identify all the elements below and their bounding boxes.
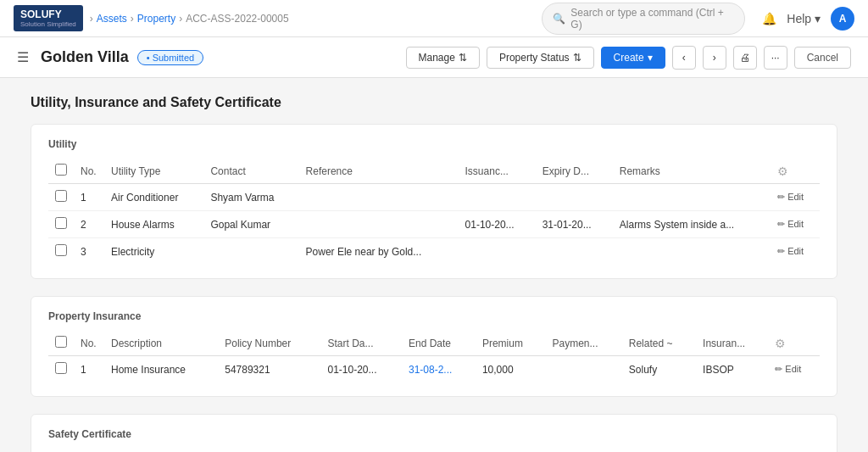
utility-row1-no: 1 [74, 184, 104, 211]
page-title: Golden Villa [41, 48, 129, 66]
logo-subtext: Solution Simplified [20, 20, 76, 29]
safety-table: No. Certificate Contact Reference Expiry… [48, 449, 820, 452]
safety-col-weeks: Weeks [683, 449, 755, 452]
utility-row1-expiry [536, 184, 613, 211]
utility-col-remarks: Remarks [613, 159, 771, 184]
utility-col-reference: Reference [299, 159, 459, 184]
utility-row1-edit[interactable]: ✏ Edit [777, 192, 813, 203]
safety-col-extended: Extende... [587, 449, 683, 452]
utility-row3-contact [203, 238, 298, 265]
utility-col-issuance: Issuanc... [459, 159, 536, 184]
insurance-col-enddate: End Date [402, 331, 476, 356]
insurance-row1-edit[interactable]: ✏ Edit [775, 364, 813, 375]
utility-row1-contact: Shyam Varma [203, 184, 298, 211]
utility-gear-icon[interactable]: ⚙ [777, 165, 788, 178]
utility-row3-expiry [536, 238, 613, 265]
utility-row3-reference: Power Ele near by Gold... [299, 238, 459, 265]
utility-label: Utility [48, 138, 820, 150]
insurance-row1-insurance: IBSOP [696, 356, 768, 383]
breadcrumb-assets[interactable]: Assets [97, 13, 127, 25]
breadcrumb-record: ACC-ASS-2022-00005 [186, 13, 288, 25]
header-actions: Manage ⇅ Property Status ⇅ Create ▾ ‹ › … [406, 46, 851, 70]
utility-col-no: No. [74, 159, 104, 184]
utility-row1-issuance [459, 184, 536, 211]
insurance-col-no: No. [74, 331, 104, 356]
safety-col-contact: Contact [233, 449, 312, 452]
utility-row2-contact: Gopal Kumar [203, 211, 298, 238]
table-row: 3 Electricity Power Ele near by Gold... … [48, 238, 820, 265]
more-button[interactable]: ··· [764, 46, 787, 70]
safety-col-no: No. [74, 449, 104, 452]
utility-col-contact: Contact [203, 159, 298, 184]
avatar[interactable]: A [831, 7, 854, 31]
utility-row1-reference [299, 184, 459, 211]
insurance-section: Property Insurance No. Description Polic… [31, 296, 837, 397]
insurance-col-insurance: Insuran... [696, 331, 768, 356]
status-badge: • Submitted [137, 50, 203, 65]
logo[interactable]: SOLUFY Solution Simplified [14, 5, 83, 32]
breadcrumb: › Assets › Property › ACC-ASS-2022-00005 [90, 13, 289, 25]
utility-row2-issuance: 01-10-20... [459, 211, 536, 238]
top-nav: SOLUFY Solution Simplified › Assets › Pr… [0, 0, 868, 37]
prev-button[interactable]: ‹ [672, 46, 696, 70]
table-row: 1 Air Conditioner Shyam Varma ✏ Edit [48, 184, 820, 211]
utility-row1-type: Air Conditioner [104, 184, 203, 211]
main-content: Utility, Insurance and Safety Certificat… [10, 78, 858, 452]
utility-row1-checkbox[interactable] [55, 190, 67, 202]
search-placeholder: Search or type a command (Ctrl + G) [570, 7, 734, 31]
utility-row3-remarks [613, 238, 771, 265]
utility-section: Utility No. Utility Type Contact Referen… [31, 124, 837, 279]
search-icon: 🔍 [553, 13, 565, 25]
insurance-gear-icon[interactable]: ⚙ [775, 337, 786, 350]
utility-col-expiry: Expiry D... [536, 159, 613, 184]
utility-row3-edit[interactable]: ✏ Edit [777, 246, 813, 257]
insurance-row1-enddate: 31-08-2... [402, 356, 476, 383]
insurance-table: No. Description Policy Number Start Da..… [48, 331, 820, 382]
insurance-row1-premium: 10,000 [476, 356, 546, 383]
insurance-col-policy: Policy Number [218, 331, 320, 356]
utility-row1-remarks [613, 184, 771, 211]
next-button[interactable]: › [703, 46, 726, 70]
insurance-row1-related: Solufy [622, 356, 696, 383]
table-row: 2 House Alarms Gopal Kumar 01-10-20... 3… [48, 211, 820, 238]
insurance-row1-startdate: 01-10-20... [320, 356, 402, 383]
utility-select-all[interactable] [55, 164, 67, 176]
insurance-select-all[interactable] [55, 336, 67, 348]
insurance-row1-description: Home Insurance [104, 356, 218, 383]
breadcrumb-property[interactable]: Property [137, 13, 175, 25]
safety-section: Safety Certificate No. Certificate Conta… [31, 414, 837, 452]
utility-row2-no: 2 [74, 211, 104, 238]
logo-text: SOLUFY [20, 8, 76, 20]
bell-icon[interactable]: 🔔 [762, 12, 776, 25]
utility-row3-type: Electricity [104, 238, 203, 265]
utility-row3-issuance [459, 238, 536, 265]
utility-col-type: Utility Type [104, 159, 203, 184]
utility-row2-checkbox[interactable] [55, 217, 67, 229]
hamburger-icon[interactable]: ☰ [17, 49, 29, 65]
insurance-row1-no: 1 [74, 356, 104, 383]
table-row: 1 Home Insurance 54789321 01-10-20... 31… [48, 356, 820, 383]
utility-row2-expiry: 31-01-20... [536, 211, 613, 238]
create-button[interactable]: Create ▾ [601, 47, 665, 69]
help-button[interactable]: Help ▾ [787, 12, 821, 25]
safety-col-certificate: Certificate [104, 449, 233, 452]
insurance-row1-policy: 54789321 [218, 356, 320, 383]
utility-row3-no: 3 [74, 238, 104, 265]
nav-icons: 🔔 Help ▾ A [762, 7, 854, 31]
utility-row3-checkbox[interactable] [55, 244, 67, 256]
insurance-row1-payment [545, 356, 621, 383]
print-button[interactable]: 🖨 [733, 46, 757, 70]
insurance-col-premium: Premium [476, 331, 546, 356]
utility-row2-remarks: Alarms System inside a... [613, 211, 771, 238]
cancel-button[interactable]: Cancel [794, 47, 851, 69]
insurance-label: Property Insurance [48, 310, 820, 322]
insurance-row1-checkbox[interactable] [55, 362, 67, 374]
search-bar[interactable]: 🔍 Search or type a command (Ctrl + G) [542, 3, 745, 35]
property-status-button[interactable]: Property Status ⇅ [487, 47, 594, 69]
utility-row2-edit[interactable]: ✏ Edit [777, 219, 813, 230]
utility-row2-type: House Alarms [104, 211, 203, 238]
insurance-col-startdate: Start Da... [320, 331, 402, 356]
insurance-col-description: Description [104, 331, 218, 356]
manage-button[interactable]: Manage ⇅ [406, 47, 480, 69]
insurance-col-related: Related ~ [622, 331, 696, 356]
